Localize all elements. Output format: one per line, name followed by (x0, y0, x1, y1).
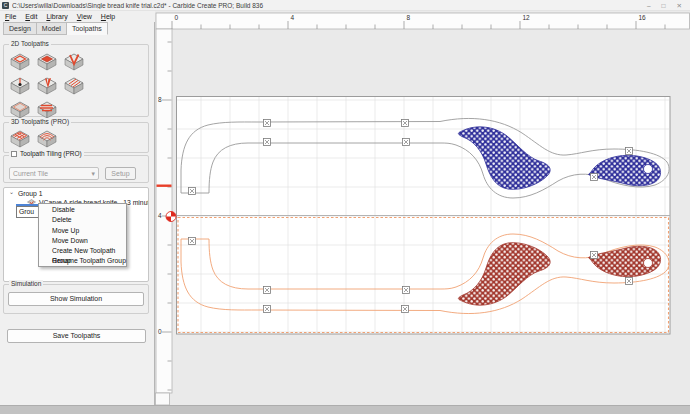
ruler-top (156, 13, 690, 29)
drill-toolpath-icon[interactable] (9, 76, 31, 95)
ruler-label: 8 (407, 14, 411, 21)
ruler-left (156, 29, 172, 393)
toolpath-node-marker (189, 238, 196, 245)
group-3d-toolpaths: 3D Toolpaths (PRO) (3, 122, 149, 153)
maximize-button[interactable]: □ (662, 2, 666, 9)
simulation-label: Simulation (9, 280, 43, 287)
menu-edit[interactable]: Edit (25, 13, 37, 20)
canvas-drawing: 0481216840 (155, 11, 690, 405)
panel-tabs: Design Model Toolpaths (3, 22, 108, 35)
toolpath-node-marker (403, 287, 410, 294)
close-button[interactable]: ✕ (677, 2, 682, 9)
rough-3d-toolpath-icon[interactable] (9, 129, 31, 148)
tab-toolpaths[interactable]: Toolpaths (67, 22, 108, 35)
save-toolpaths-button[interactable]: Save Toolpaths (7, 329, 146, 343)
menu-library[interactable]: Library (46, 13, 67, 20)
menu-view[interactable]: View (77, 13, 92, 20)
design-canvas[interactable]: 0481216840 (155, 11, 690, 405)
group-3d-toolpaths-label: 3D Toolpaths (PRO) (9, 118, 71, 125)
context-menu-item-rename-group[interactable]: Rename Toolpath Group (39, 256, 126, 266)
toolpath-node-marker (402, 120, 409, 127)
context-menu-item-disable[interactable]: Disable (39, 205, 126, 215)
tree-group-1[interactable]: ⌄ Group 1 (4, 189, 148, 198)
ruler-label: 4 (158, 212, 162, 219)
title-bar: C C:\Users\willa\Downloads\Single bread … (0, 0, 690, 11)
app-icon: C (2, 2, 9, 9)
ruler-label: 4 (291, 14, 295, 21)
toolpath-tiling-label: Toolpath Tiling (PRO) (20, 150, 82, 157)
ruler-position-mark (157, 185, 172, 187)
current-tile-select[interactable]: Current Tile ▾ (9, 167, 99, 180)
ruler-label: 0 (175, 14, 179, 21)
tab-model[interactable]: Model (37, 22, 67, 35)
context-menu-item-create-group[interactable]: Create New Toolpath Group (39, 246, 126, 256)
toolpath-node-marker (402, 306, 409, 313)
origin-marker (166, 212, 176, 222)
context-menu-item-delete[interactable]: Delete (39, 215, 126, 225)
ruler-label: 12 (523, 14, 531, 21)
toolpath-node-marker (264, 139, 271, 146)
toolpath-node-marker (591, 252, 598, 259)
setup-button[interactable]: Setup (105, 167, 136, 180)
menu-help[interactable]: Help (101, 13, 115, 20)
menu-bar: File Edit Library View Help (0, 11, 155, 22)
group-toolpath-tiling: Toolpath Tiling (PRO) Current Tile ▾ Set… (3, 155, 149, 183)
ruler-label: 0 (158, 328, 162, 335)
toolpath-node-marker (264, 120, 271, 127)
toolpath-node-marker (189, 188, 196, 195)
finish-3d-toolpath-icon[interactable] (36, 129, 58, 148)
toolpath-node-marker (591, 174, 598, 181)
ruler-label: 8 (158, 96, 162, 103)
ruler-label: 16 (639, 14, 647, 21)
menu-file[interactable]: File (5, 13, 16, 20)
advanced-vcarve-toolpath-icon[interactable] (36, 76, 58, 95)
context-menu-item-move-down[interactable]: Move Down (39, 236, 126, 246)
toolpath-node-marker (626, 278, 633, 285)
window-bottom-strip (0, 405, 690, 414)
group-simulation: Simulation Show Simulation (3, 284, 149, 314)
context-menu-item-move-up[interactable]: Move Up (39, 226, 126, 236)
group-2d-toolpaths: 2D Toolpaths (3, 44, 149, 117)
slot-toolpath-icon[interactable] (36, 100, 58, 119)
show-simulation-button[interactable]: Show Simulation (8, 292, 144, 306)
toolpath-node-marker (264, 287, 271, 294)
contour-toolpath-icon[interactable] (9, 52, 31, 71)
context-menu: Disable Delete Move Up Move Down Create … (38, 203, 127, 267)
tab-design[interactable]: Design (3, 22, 37, 35)
minimize-button[interactable]: – (647, 2, 651, 9)
engrave-toolpath-icon[interactable] (9, 100, 31, 119)
toolpath-node-marker (264, 306, 271, 313)
toolpath-node-marker (403, 139, 410, 146)
ruler-corner-box (156, 393, 170, 405)
vcarve-toolpath-icon[interactable] (63, 52, 85, 71)
toolpath-tiling-checkbox[interactable] (11, 151, 17, 157)
window-title: C:\Users\willa\Downloads\Single bread kn… (12, 2, 647, 9)
texture-toolpath-icon[interactable] (63, 76, 85, 95)
toolpath-node-marker (626, 148, 633, 155)
chevron-expand-icon[interactable]: ⌄ (9, 188, 14, 197)
group-2d-toolpaths-label: 2D Toolpaths (9, 40, 51, 47)
pocket-toolpath-icon[interactable] (36, 52, 58, 71)
chevron-down-icon: ▾ (92, 168, 95, 179)
